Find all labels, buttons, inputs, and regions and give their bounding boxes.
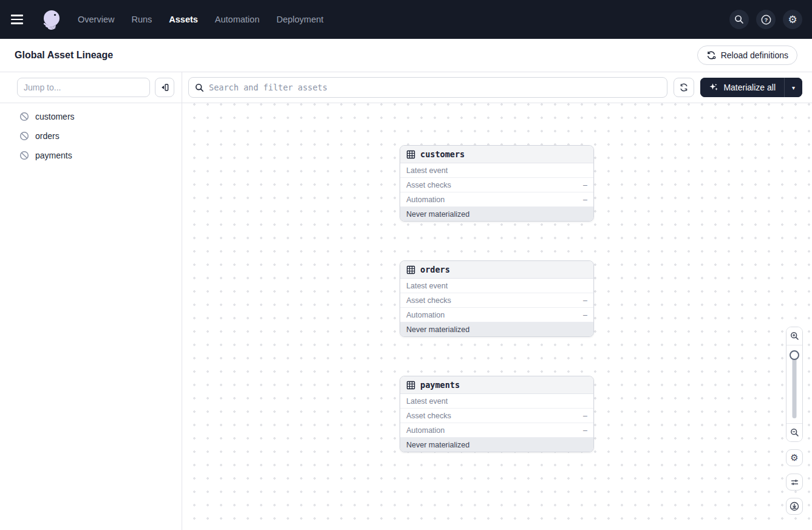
row-label: Automation bbox=[406, 426, 445, 435]
gear-icon[interactable]: ⚙ bbox=[783, 10, 802, 29]
sidebar-item-orders[interactable]: orders bbox=[0, 126, 182, 146]
never-materialized-icon bbox=[19, 112, 29, 121]
row-value: – bbox=[583, 181, 587, 189]
asset-search[interactable] bbox=[188, 77, 667, 98]
asset-node-customers[interactable]: customers Latest event Asset checks– Aut… bbox=[400, 145, 594, 222]
reload-icon bbox=[706, 50, 716, 60]
canvas-controls: ⚙ bbox=[786, 327, 803, 515]
search-icon[interactable] bbox=[729, 10, 749, 29]
asset-node-title: customers bbox=[420, 149, 465, 159]
collapse-sidebar-icon[interactable] bbox=[155, 78, 174, 97]
materialize-options-caret-icon[interactable]: ▾ bbox=[784, 78, 802, 97]
help-icon[interactable]: ? bbox=[756, 10, 776, 29]
jump-to-input[interactable] bbox=[17, 78, 150, 97]
row-label: Asset checks bbox=[406, 296, 451, 305]
zoom-in-icon[interactable] bbox=[786, 327, 802, 345]
zoom-out-icon[interactable] bbox=[786, 423, 802, 441]
filters-sliders-icon[interactable] bbox=[786, 474, 803, 491]
lineage-canvas[interactable]: customers Latest event Asset checks– Aut… bbox=[182, 103, 812, 530]
primary-nav: Overview Runs Assets Automation Deployme… bbox=[78, 15, 324, 24]
never-materialized-icon bbox=[19, 151, 29, 160]
svg-text:?: ? bbox=[764, 16, 768, 23]
search-assets-input[interactable] bbox=[209, 83, 661, 92]
top-navbar: Overview Runs Assets Automation Deployme… bbox=[0, 0, 812, 39]
sidebar-item-payments[interactable]: payments bbox=[0, 146, 182, 165]
materialize-split-button: Materialize all ▾ bbox=[700, 78, 802, 97]
row-value: – bbox=[583, 412, 587, 420]
never-materialized-icon bbox=[19, 131, 29, 141]
row-label: Asset checks bbox=[406, 412, 451, 420]
sparkle-icon bbox=[709, 83, 718, 92]
table-icon bbox=[406, 381, 415, 390]
row-label: Automation bbox=[406, 195, 445, 204]
row-label: Automation bbox=[406, 311, 445, 319]
nav-item-deployment[interactable]: Deployment bbox=[276, 15, 323, 24]
lineage-sidebar: customers orders payments bbox=[0, 72, 182, 530]
page-header: Global Asset Lineage Reload definitions bbox=[0, 39, 812, 72]
menu-icon[interactable] bbox=[10, 8, 32, 30]
row-value: – bbox=[583, 195, 587, 204]
zoom-slider[interactable] bbox=[793, 350, 797, 418]
dagster-logo-icon[interactable] bbox=[40, 8, 63, 31]
asset-node-title: payments bbox=[420, 380, 460, 390]
asset-node-payments[interactable]: payments Latest event Asset checks– Auto… bbox=[400, 376, 594, 452]
asset-name: payments bbox=[35, 151, 72, 160]
nav-item-overview[interactable]: Overview bbox=[78, 15, 114, 24]
asset-node-orders[interactable]: orders Latest event Asset checks– Automa… bbox=[400, 260, 594, 337]
table-icon bbox=[406, 265, 415, 274]
row-label: Latest event bbox=[406, 282, 448, 290]
status-badge: Never materialized bbox=[400, 207, 593, 221]
row-label: Latest event bbox=[406, 166, 448, 175]
row-value: – bbox=[583, 311, 587, 319]
status-badge: Never materialized bbox=[400, 322, 593, 336]
sidebar-item-customers[interactable]: customers bbox=[0, 107, 182, 126]
nav-item-assets[interactable]: Assets bbox=[169, 15, 198, 24]
asset-name: orders bbox=[35, 131, 60, 141]
materialize-all-button[interactable]: Materialize all bbox=[700, 78, 784, 97]
nav-item-runs[interactable]: Runs bbox=[131, 15, 152, 24]
row-label: Latest event bbox=[406, 397, 448, 406]
asset-list: customers orders payments bbox=[0, 103, 182, 169]
search-icon bbox=[195, 83, 204, 92]
row-label: Asset checks bbox=[406, 181, 451, 189]
asset-name: customers bbox=[35, 112, 75, 121]
table-icon bbox=[406, 150, 415, 159]
page-title: Global Asset Lineage bbox=[15, 50, 113, 61]
reload-definitions-button[interactable]: Reload definitions bbox=[697, 46, 797, 65]
asset-node-title: orders bbox=[420, 265, 450, 274]
nav-item-automation[interactable]: Automation bbox=[215, 15, 259, 24]
graph-toolbar: Materialize all ▾ bbox=[182, 72, 812, 103]
row-value: – bbox=[583, 426, 587, 435]
reload-definitions-label: Reload definitions bbox=[721, 50, 788, 60]
zoom-slider-thumb[interactable] bbox=[790, 350, 799, 360]
graph-settings-gear-icon[interactable]: ⚙ bbox=[786, 449, 803, 466]
row-value: – bbox=[583, 296, 587, 305]
download-image-icon[interactable] bbox=[786, 498, 803, 515]
status-badge: Never materialized bbox=[400, 438, 593, 452]
materialize-all-label: Materialize all bbox=[723, 83, 776, 92]
refresh-icon[interactable] bbox=[674, 78, 694, 97]
